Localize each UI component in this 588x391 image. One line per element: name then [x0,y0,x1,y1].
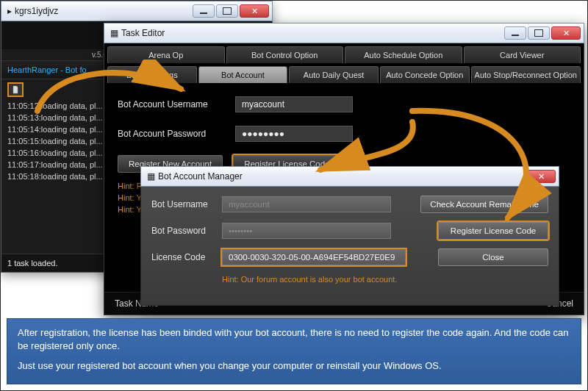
log-window-title: kgrs1iydjvz [15,6,58,16]
app-icon: ▦ [147,171,155,182]
task-editor-titlebar[interactable]: ▦ Task Editor [104,23,584,43]
bot-password-input[interactable]: •••••••• [222,223,391,239]
tabs-row-2: Basic Settings Bot Account Auto Daily Qu… [104,63,584,83]
license-code-input[interactable]: 0300-0030-320-05-00-A694EF54BD27E0E9 [222,249,406,265]
dialog-close-action-button[interactable]: Close [438,248,548,266]
check-account-remain-time-button[interactable]: Check Account Remain Time [420,196,548,213]
bot-account-manager-dialog: ▦ Bot Account Manager Bot Username myacc… [140,166,559,306]
close-button[interactable] [551,26,581,40]
tab-bot-account[interactable]: Bot Account [198,66,288,83]
info-panel: After registration, the license has been… [7,318,581,384]
password-label: Bot Account Password [118,129,235,139]
bot-username-label: Bot Username [151,199,222,209]
bot-username-input[interactable]: myaccount [222,196,391,212]
password-input[interactable]: ●●●●●●●● [235,126,353,142]
log-window-titlebar[interactable]: ▸ kgrs1iydjvz [1,1,273,21]
tab-auto-stop-reconnect[interactable]: Auto Stop/Reconnect Option [471,66,581,83]
tab-auto-schedule-option[interactable]: Auto Schedule Option [345,46,462,63]
bot-password-label: Bot Password [151,226,222,236]
bot-account-form: Bot Account Username myaccount Bot Accou… [104,83,584,179]
dialog-hint: Hint: Our forum account is also your bot… [151,275,548,284]
dialog-title: Bot Account Manager [158,171,243,182]
maximize-button[interactable] [216,4,238,18]
dialog-close-button[interactable] [526,170,556,183]
app-icon: ▸ [7,6,12,16]
app-icon: ▦ [110,28,118,38]
tab-basic-settings[interactable]: Basic Settings [107,66,197,83]
dialog-titlebar[interactable]: ▦ Bot Account Manager [140,166,559,187]
minimize-button[interactable] [193,4,215,18]
document-icon[interactable] [7,82,24,97]
maximize-button[interactable] [528,26,550,40]
tab-bot-control-option[interactable]: Bot Control Option [226,46,344,63]
license-code-label: License Code [151,252,222,262]
tabs-row-1: Arena Op Bot Control Option Auto Schedul… [104,43,584,63]
tab-arena-option[interactable]: Arena Op [107,46,225,63]
close-button[interactable] [240,4,269,18]
tab-auto-concede-option[interactable]: Auto Concede Option [380,66,470,83]
tab-auto-daily-quest[interactable]: Auto Daily Quest [289,66,379,83]
info-line-2: Just use your registered bot account whe… [18,359,570,373]
task-editor-title: Task Editor [121,28,165,38]
tab-card-viewer[interactable]: Card Viewer [464,46,581,63]
info-line-1: After registration, the license has been… [18,326,570,352]
canvas: ▸ kgrs1iydjvz v.5.6.0 ... etter performa… [0,0,588,391]
username-label: Bot Account Username [118,99,235,110]
minimize-button[interactable] [504,26,526,40]
dialog-register-license-button[interactable]: Register License Code [438,222,548,240]
username-input[interactable]: myaccount [235,96,353,112]
